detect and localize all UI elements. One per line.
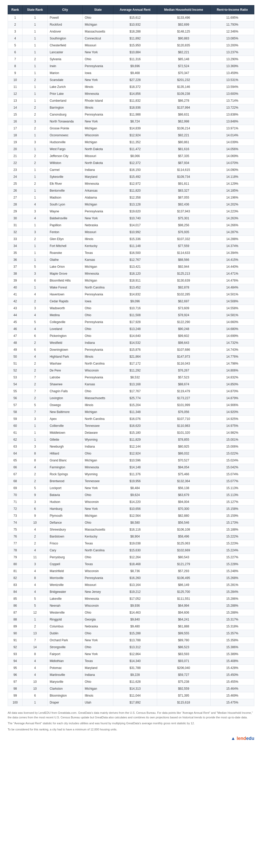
table-row: 7911PerrysburgOhio$12,264$80,54315.227% bbox=[8, 554, 254, 561]
table-cell: Michigan bbox=[83, 685, 113, 692]
table-cell: 4 bbox=[23, 201, 47, 208]
table-cell: $13,788 bbox=[113, 637, 157, 644]
table-cell: $12,564 bbox=[113, 513, 157, 519]
table-cell: $73,609 bbox=[157, 305, 210, 312]
table-cell: Bentonville bbox=[47, 187, 83, 194]
table-cell: Bloomington bbox=[47, 692, 83, 699]
table-cell: 13.459% bbox=[210, 70, 254, 76]
table-cell: 2 bbox=[23, 623, 47, 630]
table-cell: 13.600% bbox=[210, 90, 254, 97]
table-row: 865NeenahWisconsin$9,936$64,99415.288% bbox=[8, 602, 254, 609]
table-cell: 1 bbox=[23, 132, 47, 139]
table-cell: Neenah bbox=[47, 602, 83, 609]
table-cell: Missouri bbox=[83, 229, 113, 236]
table-cell: Andover bbox=[47, 28, 83, 35]
table-cell: $75,466 bbox=[157, 471, 210, 478]
table-cell: $201,232 bbox=[157, 76, 210, 84]
table-row: 201West FargoNorth Dakota$11,472$81,6161… bbox=[8, 146, 254, 153]
table-cell: Dublin bbox=[47, 630, 83, 637]
table-cell: 15.222% bbox=[210, 533, 254, 540]
table-cell: $9,624 bbox=[113, 492, 157, 499]
table-cell: $16,116 bbox=[113, 526, 157, 533]
table-cell: Middletown bbox=[47, 429, 83, 436]
table-cell: 64 bbox=[8, 450, 23, 457]
table-cell: $133,496 bbox=[157, 14, 210, 21]
table-cell: Bardstown bbox=[47, 533, 83, 540]
table-row: 892ColumbusNebraska$9,480$61,88815.318% bbox=[8, 623, 254, 630]
table-cell: 15.173% bbox=[210, 519, 254, 526]
table-row: 9810ClarkstonMichigan$14,313$92,55915.46… bbox=[8, 685, 254, 692]
table-cell: $71,395 bbox=[157, 692, 210, 699]
table-cell: 14.129% bbox=[210, 180, 254, 187]
table-cell: 18 bbox=[8, 132, 23, 139]
table-cell: $10,884 bbox=[113, 49, 157, 56]
table-cell: $19,212 bbox=[113, 588, 157, 595]
table-cell: $10,596 bbox=[113, 457, 157, 464]
table-cell: 45 bbox=[8, 319, 23, 326]
table-cell: 77 bbox=[8, 540, 23, 547]
table-cell: 15.024% bbox=[210, 457, 254, 464]
table-cell: 14.832% bbox=[210, 374, 254, 381]
table-cell: $11,376 bbox=[113, 471, 157, 478]
table-cell: 11 bbox=[23, 554, 47, 561]
table-cell: 11.793% bbox=[210, 21, 254, 28]
table-cell: Tennessee bbox=[83, 478, 113, 485]
table-row: 323FentonMissouri$10,992$76,93514.287% bbox=[8, 229, 254, 236]
table-row: 152CanonsburgPennsylvania$11,988$86,6311… bbox=[8, 111, 254, 118]
table-cell: $11,829 bbox=[113, 436, 157, 443]
table-cell: $8,484 bbox=[113, 485, 157, 492]
table-cell: $14,340 bbox=[113, 658, 157, 664]
table-row: 664FarmingtonMinnesota$14,148$94,05415.0… bbox=[8, 464, 254, 471]
table-cell: $15,492 bbox=[113, 174, 157, 180]
table-cell: 89 bbox=[8, 623, 23, 630]
table-cell: 15.358% bbox=[210, 637, 254, 644]
table-cell: New York bbox=[83, 485, 113, 492]
table-cell: 15.475% bbox=[210, 699, 254, 706]
table-cell: $18,288 bbox=[113, 28, 157, 35]
table-cell: $18,911 bbox=[113, 277, 157, 284]
table-cell: 99 bbox=[8, 692, 23, 699]
table-cell: 58 bbox=[8, 409, 23, 415]
table-cell: 1 bbox=[23, 21, 47, 28]
table-cell: Michigan bbox=[83, 277, 113, 284]
table-cell: 2 bbox=[8, 21, 23, 28]
table-cell: North Dakota bbox=[83, 160, 113, 166]
table-cell: 61 bbox=[8, 429, 23, 436]
table-cell: $15,180 bbox=[113, 429, 157, 436]
table-row: 482WestfieldIndiana$14,532$98,64314.732% bbox=[8, 339, 254, 346]
table-cell: 13.200% bbox=[210, 42, 254, 49]
table-cell: 15.006% bbox=[210, 443, 254, 450]
table-cell: 4 bbox=[23, 215, 47, 222]
table-row: 163North TonawandaNew York$8,724$62,9981… bbox=[8, 118, 254, 125]
table-cell: 14.263% bbox=[210, 215, 254, 222]
table-row: 537LatrobePennsylvania$8,532$57,52314.83… bbox=[8, 374, 254, 381]
table-cell: $11,044 bbox=[113, 692, 157, 699]
table-cell: Marysville bbox=[47, 678, 83, 685]
table-cell: $85,148 bbox=[157, 56, 210, 63]
table-cell: 2 bbox=[23, 298, 47, 305]
table-cell: $16,260 bbox=[113, 575, 157, 582]
table-cell: Ohio bbox=[83, 519, 113, 526]
table-cell: 19 bbox=[8, 139, 23, 146]
table-cell: 3 bbox=[23, 208, 47, 215]
table-cell: 14.185% bbox=[210, 187, 254, 194]
table-cell: 14.925% bbox=[210, 415, 254, 423]
table-cell: Illinois bbox=[83, 236, 113, 243]
table-cell: 36 bbox=[8, 256, 23, 264]
table-cell: Michigan bbox=[83, 21, 113, 28]
table-cell: $92,221 bbox=[157, 132, 210, 139]
table-cell: Downingtown bbox=[47, 346, 83, 353]
table-cell: Wyoming bbox=[83, 471, 113, 478]
table-cell: 15.318% bbox=[210, 623, 254, 630]
table-cell: North Tonawanda bbox=[47, 118, 83, 125]
table-cell: 95 bbox=[8, 664, 23, 672]
table-cell: 14.850% bbox=[210, 381, 254, 388]
table-cell: 15.042% bbox=[210, 464, 254, 471]
table-cell: 82 bbox=[8, 575, 23, 582]
table-cell: Apex bbox=[47, 415, 83, 423]
table-cell: 14.879% bbox=[210, 395, 254, 402]
table-cell: 6 bbox=[23, 346, 47, 353]
table-cell: 79 bbox=[8, 554, 23, 561]
table-cell: Indiana bbox=[83, 339, 113, 346]
table-cell: $14,313 bbox=[113, 685, 157, 692]
